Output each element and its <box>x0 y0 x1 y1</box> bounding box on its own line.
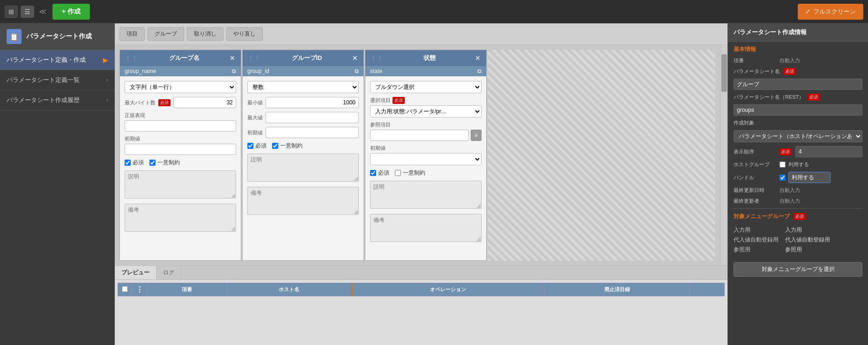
ref-input[interactable] <box>370 130 469 141</box>
last-updater-value: 自動入力 <box>779 198 862 205</box>
type-select-1[interactable]: 文字列（単一行） <box>125 81 236 93</box>
sheet-name-input[interactable] <box>734 79 862 90</box>
column-body-1: 文字列（単一行） 最大バイト数 必須 正規表現 <box>120 76 241 260</box>
drag-handle-1[interactable]: ⋮⋮ <box>125 54 138 62</box>
regex-field: 正規表現 <box>125 112 236 132</box>
column-subheader-1: group_name ⧉ <box>120 66 241 76</box>
min-input[interactable] <box>266 97 359 108</box>
unique-check-1[interactable]: 一意制約 <box>149 159 180 167</box>
regex-input[interactable] <box>125 120 236 132</box>
column-card-header-2: ⋮⋮ グループID ✕ <box>243 50 364 66</box>
max-bytes-input[interactable] <box>173 97 236 108</box>
close-column-3-btn[interactable]: ✕ <box>474 54 482 62</box>
required-checkbox-3[interactable] <box>370 170 376 176</box>
ref-row: ≡ <box>370 130 482 141</box>
type-select-3[interactable]: プルダウン選択 <box>370 81 482 93</box>
scrollbar-thumb[interactable] <box>721 54 727 92</box>
bundle-input[interactable] <box>788 172 831 183</box>
vertical-scrollbar[interactable] <box>720 45 727 265</box>
tab-preview[interactable]: プレビュー <box>115 266 156 279</box>
create-target-select[interactable]: パラメータシート（ホスト/オペレーションあり） <box>734 130 862 142</box>
required-check-3[interactable]: 必須 <box>370 169 389 177</box>
initial-input-1[interactable] <box>125 144 236 155</box>
unique-checkbox-2[interactable] <box>272 143 278 149</box>
required-checkbox-2[interactable] <box>247 143 253 149</box>
chevron-icon-1: › <box>106 77 108 83</box>
item-button[interactable]: 項目 <box>119 27 145 41</box>
display-order-input[interactable] <box>795 146 862 157</box>
menu-group-required-badge: 必須 <box>794 213 806 220</box>
note-field-2 <box>247 187 359 216</box>
description-textarea-3[interactable] <box>370 181 482 209</box>
section-basic-title: 基本情報 <box>728 42 868 55</box>
max-input[interactable] <box>266 112 359 123</box>
sidebar-item-definition-create[interactable]: パラメータシート定義・作成 ▶ <box>0 50 115 70</box>
th-dots: ⋮ <box>132 283 148 296</box>
copy-icon-2[interactable]: ⧉ <box>355 68 359 74</box>
select-items-field: 選択項目 必須 入力用:状態:パラメータ/pr… <box>370 97 482 117</box>
th-checkbox <box>118 283 132 296</box>
group-button[interactable]: グループ <box>148 27 184 41</box>
required-check-2[interactable]: 必須 <box>247 142 267 150</box>
drag-handle-3[interactable]: ⋮⋮ <box>370 54 383 62</box>
host-group-label: ホストグループ <box>734 161 776 168</box>
description-textarea-1[interactable] <box>125 170 236 198</box>
grid-view-btn[interactable]: ⊞ <box>5 6 18 18</box>
create-button[interactable]: + 作成 <box>52 4 90 20</box>
sheet-name-rest-row: パラメータシート名（REST） 必須 <box>728 92 868 103</box>
note-field-1 <box>125 204 236 233</box>
bundle-checkbox[interactable] <box>779 175 786 181</box>
sidebar-item-history[interactable]: パラメータシート作成履歴 › <box>0 90 115 110</box>
select-items-select[interactable]: 入力用:状態:パラメータ/pr… <box>370 105 482 117</box>
fullscreen-button[interactable]: ⤢ フルスクリーン <box>798 4 863 20</box>
ref-items-field: 参照項目 ≡ <box>370 121 482 141</box>
copy-icon-1[interactable]: ⧉ <box>232 68 236 74</box>
list-view-btn[interactable]: ☰ <box>21 6 34 18</box>
app-layout: 📋 パラメータシート作成 パラメータシート定義・作成 ▶ パラメータシート定義一… <box>0 23 868 345</box>
right-panel: パラメータシート作成情報 基本情報 項番 自動入力 パラメータシート名 必須 パ… <box>727 23 868 345</box>
ref-list-btn[interactable]: ≡ <box>471 130 482 141</box>
initial-field-1: 初期値 <box>125 135 236 155</box>
unique-checkbox-1[interactable] <box>149 160 156 166</box>
sheet-name-rest-input[interactable] <box>734 104 862 116</box>
drag-handle-2[interactable]: ⋮⋮ <box>247 54 260 62</box>
last-updater-row: 最終更新者 自動入力 <box>728 196 868 206</box>
type-select-2[interactable]: 整数 <box>247 81 359 93</box>
column-body-3: プルダウン選択 選択項目 必須 入力用:状態:パラメータ/pr… <box>365 76 486 260</box>
tab-log[interactable]: ログ <box>156 266 181 279</box>
note-textarea-1[interactable] <box>125 204 236 232</box>
sheet-name-input-row <box>728 77 868 92</box>
collapse-btn[interactable]: ≪ <box>37 5 49 18</box>
initial-input-2[interactable] <box>266 127 359 138</box>
note-textarea-2[interactable] <box>247 187 359 215</box>
sheet-name-rest-required-badge: 必須 <box>808 94 820 101</box>
host-group-checkbox[interactable] <box>779 161 786 168</box>
bundle-row: バンドル <box>728 170 868 185</box>
menu-item-input: 入力用 入力用 <box>734 226 862 234</box>
column-card-header-1: ⋮⋮ グループ名 ✕ <box>120 50 241 66</box>
th-obsolete: 廃止済目録 <box>544 283 690 296</box>
note-textarea-3[interactable] <box>370 214 482 242</box>
top-bar: ⊞ ☰ ≪ + 作成 ⤢ フルスクリーン <box>0 0 868 23</box>
column-body-2: 整数 最小値 最大値 初期値 <box>243 76 364 260</box>
copy-icon-3[interactable]: ⧉ <box>477 68 482 74</box>
redo-button[interactable]: やり直し <box>226 27 263 41</box>
max-bytes-row: 最大バイト数 必須 <box>125 97 236 108</box>
sheet-name-label: パラメータシート名 <box>734 68 780 75</box>
select-all-checkbox[interactable] <box>122 286 128 292</box>
initial-select-3[interactable] <box>370 153 482 165</box>
sidebar-item-definition-list[interactable]: パラメータシート定義一覧 › <box>0 70 115 90</box>
checkbox-row-2: 必須 一意制約 <box>247 142 359 150</box>
unique-check-2[interactable]: 一意制約 <box>272 142 303 150</box>
select-group-button[interactable]: 対象メニューグループを選択 <box>734 262 862 277</box>
required-checkbox-1[interactable] <box>125 160 131 166</box>
checkbox-row-3: 必須 一意制約 <box>370 169 482 177</box>
unique-checkbox-3[interactable] <box>395 170 401 176</box>
cancel-button[interactable]: 取り消し <box>187 27 223 41</box>
close-column-2-btn[interactable]: ✕ <box>351 54 359 62</box>
required-check-1[interactable]: 必須 <box>125 159 144 167</box>
description-textarea-2[interactable] <box>247 154 359 182</box>
last-update-value: 自動入力 <box>779 187 862 194</box>
close-column-1-btn[interactable]: ✕ <box>229 54 236 62</box>
unique-check-3[interactable]: 一意制約 <box>395 169 425 177</box>
